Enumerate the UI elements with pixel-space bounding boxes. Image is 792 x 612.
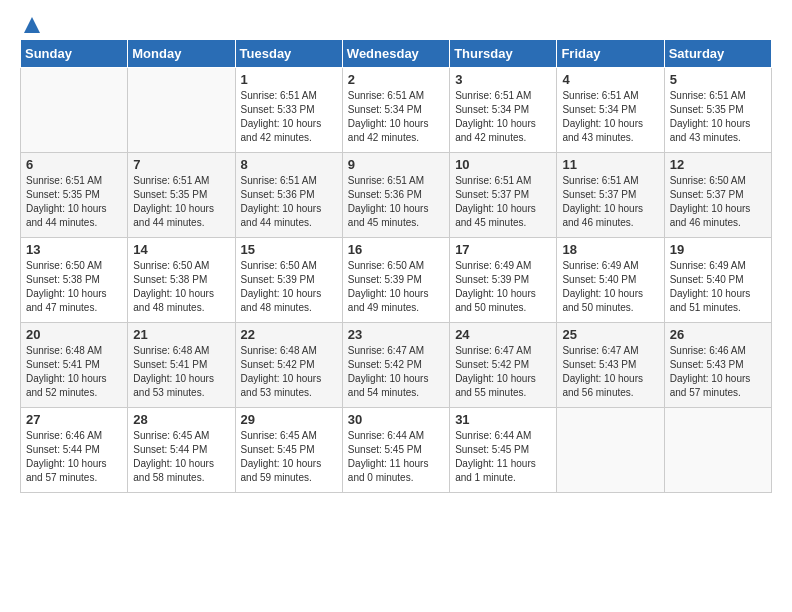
day-number: 4 [562,72,658,87]
day-info: Sunrise: 6:51 AM Sunset: 5:35 PM Dayligh… [26,174,122,230]
calendar-cell: 3Sunrise: 6:51 AM Sunset: 5:34 PM Daylig… [450,68,557,153]
day-number: 11 [562,157,658,172]
calendar-week-row: 6Sunrise: 6:51 AM Sunset: 5:35 PM Daylig… [21,153,772,238]
calendar-cell: 23Sunrise: 6:47 AM Sunset: 5:42 PM Dayli… [342,323,449,408]
day-info: Sunrise: 6:51 AM Sunset: 5:34 PM Dayligh… [348,89,444,145]
day-info: Sunrise: 6:46 AM Sunset: 5:43 PM Dayligh… [670,344,766,400]
calendar-cell: 15Sunrise: 6:50 AM Sunset: 5:39 PM Dayli… [235,238,342,323]
day-number: 27 [26,412,122,427]
day-info: Sunrise: 6:51 AM Sunset: 5:34 PM Dayligh… [562,89,658,145]
day-info: Sunrise: 6:45 AM Sunset: 5:44 PM Dayligh… [133,429,229,485]
day-info: Sunrise: 6:44 AM Sunset: 5:45 PM Dayligh… [455,429,551,485]
day-number: 2 [348,72,444,87]
day-number: 31 [455,412,551,427]
day-number: 20 [26,327,122,342]
calendar-cell [21,68,128,153]
calendar-cell: 5Sunrise: 6:51 AM Sunset: 5:35 PM Daylig… [664,68,771,153]
day-info: Sunrise: 6:47 AM Sunset: 5:43 PM Dayligh… [562,344,658,400]
day-info: Sunrise: 6:46 AM Sunset: 5:44 PM Dayligh… [26,429,122,485]
calendar-cell: 24Sunrise: 6:47 AM Sunset: 5:42 PM Dayli… [450,323,557,408]
day-number: 28 [133,412,229,427]
weekday-header-monday: Monday [128,40,235,68]
calendar-cell [664,408,771,493]
weekday-header-thursday: Thursday [450,40,557,68]
day-info: Sunrise: 6:50 AM Sunset: 5:37 PM Dayligh… [670,174,766,230]
day-number: 1 [241,72,337,87]
day-number: 21 [133,327,229,342]
day-info: Sunrise: 6:49 AM Sunset: 5:40 PM Dayligh… [562,259,658,315]
calendar-cell: 6Sunrise: 6:51 AM Sunset: 5:35 PM Daylig… [21,153,128,238]
calendar-cell: 11Sunrise: 6:51 AM Sunset: 5:37 PM Dayli… [557,153,664,238]
calendar-cell: 30Sunrise: 6:44 AM Sunset: 5:45 PM Dayli… [342,408,449,493]
day-number: 10 [455,157,551,172]
calendar-cell: 18Sunrise: 6:49 AM Sunset: 5:40 PM Dayli… [557,238,664,323]
calendar-cell: 4Sunrise: 6:51 AM Sunset: 5:34 PM Daylig… [557,68,664,153]
day-number: 22 [241,327,337,342]
day-number: 6 [26,157,122,172]
calendar-cell [557,408,664,493]
calendar-cell: 16Sunrise: 6:50 AM Sunset: 5:39 PM Dayli… [342,238,449,323]
day-info: Sunrise: 6:50 AM Sunset: 5:39 PM Dayligh… [348,259,444,315]
calendar-cell: 1Sunrise: 6:51 AM Sunset: 5:33 PM Daylig… [235,68,342,153]
day-number: 9 [348,157,444,172]
day-info: Sunrise: 6:51 AM Sunset: 5:35 PM Dayligh… [670,89,766,145]
calendar-cell: 29Sunrise: 6:45 AM Sunset: 5:45 PM Dayli… [235,408,342,493]
day-info: Sunrise: 6:49 AM Sunset: 5:40 PM Dayligh… [670,259,766,315]
day-number: 25 [562,327,658,342]
day-number: 29 [241,412,337,427]
calendar-cell: 31Sunrise: 6:44 AM Sunset: 5:45 PM Dayli… [450,408,557,493]
day-info: Sunrise: 6:51 AM Sunset: 5:36 PM Dayligh… [348,174,444,230]
day-info: Sunrise: 6:50 AM Sunset: 5:38 PM Dayligh… [26,259,122,315]
day-info: Sunrise: 6:48 AM Sunset: 5:41 PM Dayligh… [26,344,122,400]
day-number: 5 [670,72,766,87]
day-number: 16 [348,242,444,257]
day-info: Sunrise: 6:51 AM Sunset: 5:37 PM Dayligh… [562,174,658,230]
day-number: 19 [670,242,766,257]
calendar-cell: 19Sunrise: 6:49 AM Sunset: 5:40 PM Dayli… [664,238,771,323]
calendar-cell: 12Sunrise: 6:50 AM Sunset: 5:37 PM Dayli… [664,153,771,238]
day-number: 15 [241,242,337,257]
day-info: Sunrise: 6:51 AM Sunset: 5:33 PM Dayligh… [241,89,337,145]
calendar-cell: 22Sunrise: 6:48 AM Sunset: 5:42 PM Dayli… [235,323,342,408]
calendar-cell: 9Sunrise: 6:51 AM Sunset: 5:36 PM Daylig… [342,153,449,238]
calendar-cell: 28Sunrise: 6:45 AM Sunset: 5:44 PM Dayli… [128,408,235,493]
day-number: 26 [670,327,766,342]
page-header [20,20,772,29]
day-number: 14 [133,242,229,257]
day-info: Sunrise: 6:48 AM Sunset: 5:42 PM Dayligh… [241,344,337,400]
day-number: 17 [455,242,551,257]
calendar-week-row: 27Sunrise: 6:46 AM Sunset: 5:44 PM Dayli… [21,408,772,493]
svg-marker-0 [24,17,40,33]
calendar-cell: 10Sunrise: 6:51 AM Sunset: 5:37 PM Dayli… [450,153,557,238]
calendar-cell: 8Sunrise: 6:51 AM Sunset: 5:36 PM Daylig… [235,153,342,238]
day-info: Sunrise: 6:48 AM Sunset: 5:41 PM Dayligh… [133,344,229,400]
day-info: Sunrise: 6:50 AM Sunset: 5:38 PM Dayligh… [133,259,229,315]
day-info: Sunrise: 6:51 AM Sunset: 5:36 PM Dayligh… [241,174,337,230]
day-number: 30 [348,412,444,427]
day-info: Sunrise: 6:51 AM Sunset: 5:37 PM Dayligh… [455,174,551,230]
day-number: 7 [133,157,229,172]
day-number: 24 [455,327,551,342]
day-info: Sunrise: 6:47 AM Sunset: 5:42 PM Dayligh… [455,344,551,400]
calendar-cell: 2Sunrise: 6:51 AM Sunset: 5:34 PM Daylig… [342,68,449,153]
day-number: 12 [670,157,766,172]
calendar-cell [128,68,235,153]
day-number: 23 [348,327,444,342]
calendar-week-row: 1Sunrise: 6:51 AM Sunset: 5:33 PM Daylig… [21,68,772,153]
calendar-cell: 7Sunrise: 6:51 AM Sunset: 5:35 PM Daylig… [128,153,235,238]
weekday-header-saturday: Saturday [664,40,771,68]
calendar-cell: 17Sunrise: 6:49 AM Sunset: 5:39 PM Dayli… [450,238,557,323]
day-number: 18 [562,242,658,257]
calendar-week-row: 20Sunrise: 6:48 AM Sunset: 5:41 PM Dayli… [21,323,772,408]
day-info: Sunrise: 6:51 AM Sunset: 5:34 PM Dayligh… [455,89,551,145]
logo [20,20,42,29]
calendar-cell: 26Sunrise: 6:46 AM Sunset: 5:43 PM Dayli… [664,323,771,408]
calendar-cell: 14Sunrise: 6:50 AM Sunset: 5:38 PM Dayli… [128,238,235,323]
calendar-week-row: 13Sunrise: 6:50 AM Sunset: 5:38 PM Dayli… [21,238,772,323]
day-info: Sunrise: 6:51 AM Sunset: 5:35 PM Dayligh… [133,174,229,230]
weekday-header-row: SundayMondayTuesdayWednesdayThursdayFrid… [21,40,772,68]
calendar-cell: 21Sunrise: 6:48 AM Sunset: 5:41 PM Dayli… [128,323,235,408]
weekday-header-sunday: Sunday [21,40,128,68]
day-info: Sunrise: 6:44 AM Sunset: 5:45 PM Dayligh… [348,429,444,485]
day-info: Sunrise: 6:47 AM Sunset: 5:42 PM Dayligh… [348,344,444,400]
